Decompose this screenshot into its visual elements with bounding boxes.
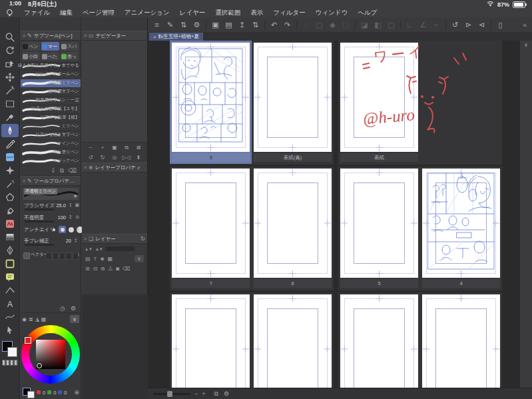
flip-vertical-icon[interactable]: ⬍: [134, 155, 143, 161]
subtool-tab-2[interactable]: スパ: [61, 42, 79, 51]
brush-item[interactable]: 効果用文字ペン: [21, 88, 81, 97]
page-thumbnail[interactable]: [340, 43, 418, 152]
airbrush-tool[interactable]: [1, 177, 19, 191]
page-cell[interactable]: 表紙(裏): [254, 43, 332, 162]
close-tab-icon[interactable]: ×: [153, 34, 156, 40]
layer-opacity-slider[interactable]: [106, 246, 135, 251]
clip-studio-logo[interactable]: [5, 9, 14, 17]
new-layer-icon[interactable]: ⊞: [85, 266, 90, 272]
lock-icon[interactable]: ◈: [74, 193, 77, 199]
deselect-icon[interactable]: ▢: [313, 19, 326, 31]
subtool-tab-4[interactable]: ぺた: [41, 52, 59, 61]
auto-select-tool[interactable]: [1, 84, 19, 97]
collapse-color-palette-icon[interactable]: ∨: [70, 315, 79, 323]
saturation-value-square[interactable]: [36, 340, 65, 369]
chevron-down-icon[interactable]: ∨: [522, 42, 530, 48]
antialias-none[interactable]: [50, 226, 57, 233]
special-ruler-snap-icon[interactable]: ∠: [417, 19, 429, 31]
page-thumbnail[interactable]: [340, 294, 418, 388]
collapse-toolbar-icon[interactable]: «: [523, 21, 529, 29]
menu-item-6[interactable]: 表示: [250, 9, 263, 17]
delete-layer-icon[interactable]: ⌫: [123, 266, 130, 272]
zoom-out-icon[interactable]: −: [87, 145, 95, 151]
delete-subtool-icon[interactable]: ⌫: [68, 167, 77, 174]
device-icon[interactable]: ▯: [494, 19, 507, 31]
opacity-value[interactable]: 100: [57, 214, 66, 220]
layer-stepper-2[interactable]: ▲▼: [95, 247, 103, 251]
subtool-tab-3[interactable]: 小回: [22, 52, 40, 61]
selection-border-icon[interactable]: ⬚: [340, 19, 352, 31]
eyedropper-tool[interactable]: [1, 111, 19, 124]
lock-transparent-icon[interactable]: ▦: [108, 256, 113, 262]
vector-snap-checkbox[interactable]: [23, 252, 30, 259]
page-thumbnail[interactable]: [172, 169, 250, 278]
page-cell[interactable]: 表紙: [340, 43, 418, 162]
redo-icon[interactable]: ↷: [281, 19, 294, 31]
clip-icon[interactable]: T: [94, 256, 97, 262]
color-wheel-tab-icon[interactable]: ◉: [22, 316, 27, 322]
page-thumbnail[interactable]: [254, 43, 332, 152]
page-cell[interactable]: 4: [422, 169, 500, 288]
decoration-red-tool[interactable]: [1, 217, 19, 230]
mask-diagonal-icon[interactable]: ◪: [358, 19, 371, 31]
balloon-tool[interactable]: [1, 270, 19, 284]
operation-tool[interactable]: [1, 324, 19, 337]
stabilization-slider[interactable]: [25, 244, 54, 246]
antialias-stepper[interactable]: ▲▼: [77, 226, 79, 231]
page-thumbnail[interactable]: [422, 169, 500, 278]
antialias-middle[interactable]: [67, 226, 75, 233]
transparent-color-swatch[interactable]: [2, 360, 18, 366]
rotate-view-tool[interactable]: [1, 44, 19, 57]
invert-selection-icon[interactable]: ◆: [326, 19, 339, 31]
paint-tool[interactable]: [1, 151, 19, 164]
page-thumbnail[interactable]: [172, 43, 250, 152]
frame-border-tool[interactable]: [1, 257, 19, 270]
page-settings-icon[interactable]: ⚙: [224, 390, 229, 397]
move-layer-tool[interactable]: [1, 71, 19, 84]
vector-snap-slots[interactable]: [46, 252, 79, 260]
pen-tool[interactable]: [1, 124, 19, 137]
page-cell[interactable]: [254, 294, 332, 388]
guide-snap-icon[interactable]: ⌐: [430, 19, 443, 31]
menu-item-3[interactable]: アニメーション: [125, 9, 170, 17]
merge-down-icon[interactable]: ⧊: [108, 266, 113, 272]
settings-gear-icon[interactable]: ⚙: [190, 19, 203, 31]
navigator-palette-header[interactable]: ≡ ▭ ナビゲーター: [82, 31, 147, 41]
actual-size-icon[interactable]: ⊠: [134, 145, 143, 151]
duplicate-subtool-icon[interactable]: ⧉: [60, 167, 64, 175]
color-slider-tab-icon[interactable]: ≣: [29, 316, 33, 322]
hue-marker[interactable]: [25, 337, 31, 344]
zoom-out-button[interactable]: −: [194, 390, 198, 397]
prev-page-icon[interactable]: ⊲: [475, 19, 488, 31]
opacity-option-icon[interactable]: ⊘: [75, 214, 79, 220]
mask-outline-icon[interactable]: ▢: [385, 19, 398, 31]
text-tool[interactable]: A: [1, 297, 19, 310]
expand-icon[interactable]: ∨: [134, 255, 144, 262]
page-thumbnail[interactable]: [254, 294, 332, 388]
undo-icon[interactable]: ↶: [268, 19, 280, 31]
opacity-slider[interactable]: [25, 220, 54, 222]
menu-item-2[interactable]: ページ管理: [83, 9, 115, 17]
ruler-snap-icon[interactable]: ∟: [403, 19, 416, 31]
menu-item-4[interactable]: レイヤー: [180, 9, 206, 17]
tool-property-palette-header[interactable]: ≡ ✎ ツールプロパティ[不透明ミリペン]: [21, 176, 81, 186]
new-folder-icon[interactable]: ⊟: [93, 266, 98, 272]
lock-icon[interactable]: ◈: [100, 256, 104, 262]
sub-color-swatch[interactable]: [27, 391, 35, 398]
menu-item-5[interactable]: 選択範囲: [215, 9, 240, 17]
main-sub-color-swatches[interactable]: [2, 341, 18, 358]
sv-marker[interactable]: [37, 363, 42, 368]
updown-arrows-icon[interactable]: ⇅: [177, 19, 190, 31]
correct-line-tool[interactable]: [1, 310, 19, 324]
marquee-tool[interactable]: [1, 97, 19, 111]
brush-item[interactable]: べた塗りペン: [21, 149, 81, 157]
reset-rotate-icon[interactable]: ↺: [449, 19, 461, 31]
color-settings-icon[interactable]: ⊕: [74, 389, 79, 396]
next-page-icon[interactable]: ⊳: [462, 19, 475, 31]
color-approx-tab-icon[interactable]: ◮: [35, 316, 39, 322]
page-cell[interactable]: 5: [340, 169, 418, 288]
brush-item[interactable]: ミリペン: [21, 123, 81, 131]
subtool-tab-1[interactable]: マー: [41, 42, 59, 51]
fit-screen-icon[interactable]: ▣: [111, 145, 119, 151]
layer-stepper-1[interactable]: ▲▼: [85, 247, 93, 251]
